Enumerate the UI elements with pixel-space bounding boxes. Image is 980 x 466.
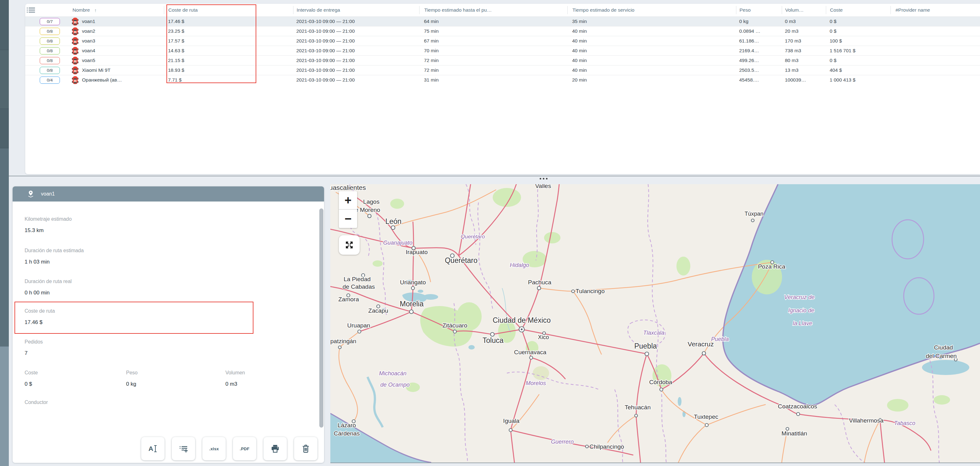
- map-city-marker: [660, 388, 663, 391]
- map-state-label: Veracruz de: [784, 294, 815, 300]
- map-city-label: Túxpan: [745, 211, 764, 217]
- header-route-cost[interactable]: Coste de ruta: [164, 6, 293, 14]
- car-icon: [72, 17, 78, 26]
- map-city-label: Irapuato: [406, 249, 428, 255]
- table-row[interactable]: 0/7voan117.46 $2021-03-10 09:00 — 21:006…: [25, 16, 980, 26]
- header-cost[interactable]: Coste: [826, 6, 891, 14]
- table-row[interactable]: 0/8voan414.63 $2021-03-10 09:00 — 21:007…: [25, 46, 980, 55]
- field-kilometraje: Kilometraje estimado 15.3 km: [25, 216, 72, 234]
- export-xlsx-button[interactable]: .xlsx: [202, 437, 226, 460]
- map-city-marker: [358, 330, 361, 333]
- cell-cost: 0 $: [826, 29, 891, 34]
- map-city-marker: [339, 346, 341, 349]
- map-zoom-in-button[interactable]: +: [339, 191, 357, 210]
- cell-interval: 2021-03-10 09:00 — 21:00: [293, 29, 419, 34]
- map-city-marker: [538, 287, 541, 290]
- map-city-label: Uriangato: [400, 279, 426, 285]
- map-city-marker: [705, 423, 708, 426]
- vehicle-name: voan2: [82, 29, 95, 34]
- map-fullscreen-button[interactable]: [339, 235, 360, 255]
- rename-button[interactable]: A: [141, 437, 165, 460]
- table-body: 0/7voan117.46 $2021-03-10 09:00 — 21:006…: [25, 16, 980, 85]
- vehicle-name: Оранжевый (ав…: [82, 77, 122, 83]
- header-provider-name[interactable]: #Provider name: [891, 6, 980, 14]
- route-planner-app: Nombre ↑ Coste de ruta Intervalo de entr…: [0, 0, 980, 466]
- field-value: 0 $: [25, 380, 126, 388]
- cell-route-cost: 17.46 $: [164, 19, 293, 24]
- map-canvas: GuanajuatoQuerétaroHidalgoMichoacánde Oc…: [330, 184, 980, 463]
- cell-cost: 100 $: [826, 38, 891, 44]
- capacity-badge: 0/8: [40, 28, 60, 35]
- map-state-label: Guerrero: [551, 439, 574, 445]
- table-row[interactable]: 0/8voan223.25 $2021-03-10 09:00 — 21:007…: [25, 26, 980, 36]
- map-city-label: Uruapan: [347, 322, 371, 329]
- field-value: 0 kg: [126, 380, 225, 388]
- header-service-time[interactable]: Tiempo estimado de servicio: [567, 6, 736, 14]
- add-to-list-button[interactable]: [172, 437, 195, 460]
- map-city-marker: [391, 226, 395, 230]
- sidebar-segment: [0, 50, 9, 109]
- table-row[interactable]: 0/8voan317.57 $2021-03-10 09:00 — 21:006…: [25, 36, 980, 46]
- field-duracion-real: Duración de ruta real 0 h 00 min: [25, 278, 72, 296]
- cell-time-to-point: 31 min: [419, 77, 567, 83]
- print-button[interactable]: [264, 437, 287, 460]
- map-state-label: Hidalgo: [510, 262, 529, 268]
- header-interval[interactable]: Intervalo de entrega: [293, 6, 419, 14]
- map-city-label: Xico: [538, 334, 549, 340]
- header-volume[interactable]: Volum…: [782, 6, 826, 14]
- table-row[interactable]: 0/4Оранжевый (ав…7.71 $2021-03-10 09:00 …: [25, 75, 980, 85]
- map-city-label: Pachuca: [528, 279, 551, 285]
- export-pdf-button[interactable]: .PDF: [233, 437, 256, 460]
- header-time-to-point[interactable]: Tiempo estimado hasta el pu…: [419, 6, 567, 14]
- cell-name: voan2: [63, 27, 164, 36]
- cell-volume: 13 m3: [782, 67, 826, 73]
- left-sidebar[interactable]: [0, 0, 9, 466]
- cell-weight: 0 kg: [736, 19, 782, 24]
- panel-scrollbar-thumb[interactable]: [319, 208, 323, 428]
- cell-route-cost: 23.25 $: [164, 29, 293, 34]
- splitter-drag-handle[interactable]: [539, 178, 547, 179]
- header-weight[interactable]: Peso: [736, 6, 782, 14]
- cell-interval: 2021-03-10 09:00 — 21:00: [293, 48, 419, 54]
- printer-icon: [271, 444, 280, 453]
- table-row[interactable]: 0/8voan521.15 $2021-03-10 09:00 — 21:007…: [25, 55, 980, 65]
- cell-time-to-point: 72 min: [419, 58, 567, 63]
- capacity-badge: 0/8: [40, 38, 60, 45]
- cell-cost: 1 516 701 $: [826, 48, 891, 54]
- header-nombre[interactable]: Nombre ↑: [63, 6, 164, 14]
- map-city-label: León: [385, 217, 401, 225]
- panel-title: voan1: [41, 191, 55, 197]
- map-city-marker: [702, 352, 706, 355]
- map-zoom-out-button[interactable]: −: [339, 210, 357, 228]
- cell-cost: 0 $: [826, 19, 891, 24]
- delete-button[interactable]: [294, 437, 317, 460]
- map-city-label: patzingán: [330, 338, 356, 344]
- pin-person-icon: [27, 190, 34, 198]
- panel-actions: A .xlsx .PDF: [141, 437, 317, 460]
- table-row[interactable]: 0/8Xiaomi Mi 9T18.93 $2021-03-10 09:00 —…: [25, 65, 980, 75]
- routes-table: Nombre ↑ Coste de ruta Intervalo de entr…: [25, 4, 980, 174]
- capacity-badge: 0/8: [40, 47, 60, 54]
- sidebar-segment: [0, 109, 9, 148]
- sort-asc-icon[interactable]: ↑: [94, 8, 97, 13]
- list-menu-icon[interactable]: [25, 6, 37, 14]
- field-duracion-estimada: Duración de ruta estimada 1 h 03 min: [25, 247, 84, 266]
- cell-volume: 20 m3: [782, 29, 826, 34]
- field-volumen: Volumen 0 m3: [225, 370, 320, 388]
- cell-badge: 0/8: [37, 38, 63, 45]
- cell-weight: 0.0894 …: [736, 29, 782, 34]
- cell-service-time: 35 min: [567, 19, 736, 24]
- cell-route-cost: 18.93 $: [164, 67, 293, 73]
- map-city-marker: [751, 219, 754, 222]
- cell-service-time: 20 min: [567, 77, 736, 83]
- map[interactable]: GuanajuatoQuerétaroHidalgoMichoacánde Oc…: [330, 184, 980, 463]
- car-icon: [72, 66, 78, 74]
- map-city-label: Chilpancingo: [589, 443, 624, 450]
- cell-interval: 2021-03-10 09:00 — 21:00: [293, 19, 419, 24]
- cell-cost: 404 $: [826, 67, 891, 73]
- field-label: Volumen: [225, 370, 320, 376]
- cell-badge: 0/8: [37, 47, 63, 54]
- map-city-label: Tulancingo: [576, 288, 605, 295]
- map-city-label: del Carmen: [926, 353, 957, 359]
- cell-time-to-point: 64 min: [419, 19, 567, 24]
